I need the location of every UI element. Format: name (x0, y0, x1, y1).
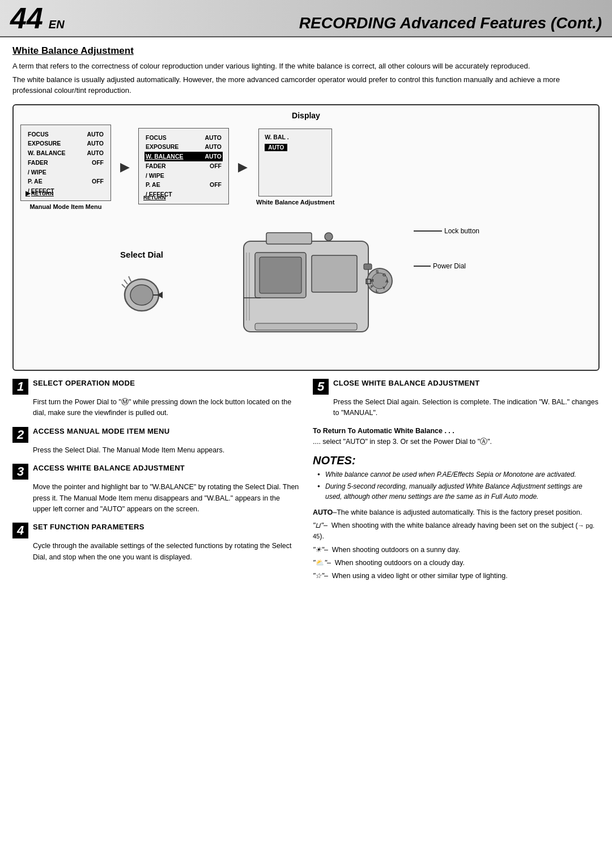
svg-point-1 (130, 285, 153, 305)
note-item-2: During 5-second recording, manually adju… (317, 481, 600, 502)
svg-point-12 (325, 233, 333, 241)
step-2-body: Press the Select Dial. The Manual Mode I… (33, 445, 299, 456)
step-1-title: SELECT OPERATION MODE (33, 379, 135, 388)
svg-rect-10 (312, 255, 357, 292)
select-dial-area: Select Dial (85, 221, 198, 315)
steps-left-col: 1 SELECT OPERATION MODE First turn the P… (12, 379, 299, 584)
step-5-body: Press the Select Dial again. Selection i… (333, 397, 600, 419)
icon-item-4: "☆"– When using a video light or other s… (313, 571, 600, 581)
svg-rect-9 (260, 257, 301, 293)
notes-list: White balance cannot be used when P.AE/E… (313, 469, 600, 502)
svg-line-2 (122, 284, 125, 288)
step-4: 4 SET FUNCTION PARAMETERS Cycle through … (12, 523, 299, 563)
svg-text:G: G (382, 272, 386, 277)
display-box-title: Display (20, 111, 592, 120)
step-5: 5 CLOSE WHITE BALANCE ADJUSTMENT Press t… (313, 379, 600, 419)
auto-section: AUTO–The white balance is adjusted autom… (313, 507, 600, 582)
power-dial-label: Power Dial (433, 262, 466, 270)
notes-section: NOTES White balance cannot be used when … (313, 454, 600, 502)
intro-p2: The white balance is usually adjusted au… (12, 74, 600, 96)
svg-text:A: A (385, 279, 389, 284)
auto-bold-label: AUTO (313, 508, 333, 516)
section-title: White Balance Adjustment (12, 45, 600, 57)
svg-rect-11 (266, 233, 312, 244)
main-content: White Balance Adjustment A term that ref… (0, 37, 612, 592)
svg-text:S: S (376, 269, 379, 274)
return-to-auto-title: To Return To Automatic White Balance . .… (313, 427, 600, 435)
camera-svg: S G A Y L P M (210, 224, 402, 354)
intro-p1: A term that refers to the correctness of… (12, 61, 600, 72)
select-dial-svg (116, 264, 167, 315)
display-box: Display FOCUSAUTO EXPOSUREAUTO W. BALANC… (12, 104, 600, 371)
svg-text:Y: Y (382, 285, 386, 290)
power-dial-area: Lock button Power Dial (414, 221, 527, 270)
step-3: 3 ACCESS WHITE BALANCE ADJUSTMENT Move t… (12, 464, 299, 515)
page-en-suffix: EN (49, 18, 65, 31)
screens-row: FOCUSAUTO EXPOSUREAUTO W. BALANCEAUTO FA… (20, 125, 592, 211)
step-4-body: Cycle through the available settings of … (33, 541, 299, 563)
step-1-body: First turn the Power Dial to "Ⓜ" while p… (33, 397, 299, 419)
screen1: FOCUSAUTO EXPOSUREAUTO W. BALANCEAUTO FA… (20, 125, 111, 202)
return-label-2: RETURN (143, 194, 166, 200)
step-4-title: SET FUNCTION PARAMETERS (33, 523, 144, 532)
steps-right-col: 5 CLOSE WHITE BALANCE ADJUSTMENT Press t… (313, 379, 600, 584)
svg-rect-22 (364, 264, 372, 270)
step-4-number: 4 (12, 523, 28, 538)
wbal-label: W. BAL . (265, 134, 326, 140)
svg-line-3 (124, 280, 128, 284)
svg-rect-26 (255, 323, 357, 330)
icon-item-2: "☀"– When shooting outdoors on a sunny d… (313, 545, 600, 555)
camera-body: S G A Y L P M (204, 221, 408, 357)
step-3-body: Move the pointer and highlight bar to "W… (33, 482, 299, 515)
steps-container: 1 SELECT OPERATION MODE First turn the P… (12, 379, 600, 584)
page-header: 44 EN RECORDING Advanced Features (Cont.… (0, 0, 612, 37)
return-arrow-icon: ▶ (26, 190, 30, 197)
auto-desc-text: –The white balance is adjusted automatic… (333, 508, 582, 516)
notes-title: NOTES (313, 454, 600, 467)
svg-line-4 (129, 276, 131, 281)
svg-text:P: P (371, 285, 373, 289)
step-5-number: 5 (313, 379, 329, 395)
auto-desc-p: AUTO–The white balance is adjusted autom… (313, 507, 600, 518)
pg-ref-1: → pg. 45 (313, 522, 594, 540)
select-dial-label: Select Dial (120, 250, 163, 259)
step-3-title: ACCESS WHITE BALANCE ADJUSTMENT (33, 464, 185, 473)
svg-text:L: L (376, 288, 379, 293)
step-2-number: 2 (12, 427, 28, 443)
screen3: W. BAL . AUTO (258, 129, 332, 196)
icon-item-1: "⊔"– When shooting with the white balanc… (313, 520, 600, 542)
screen2: FOCUSAUTO EXPOSUREAUTO W. BALANCEAUTO FA… (138, 128, 229, 205)
step-2-title: ACCESS MANUAL MODE ITEM MENU (33, 427, 169, 437)
wbal-auto-badge: AUTO (265, 144, 287, 151)
step-5-title: CLOSE WHITE BALANCE ADJUSTMENT (333, 379, 479, 388)
note-item-1: White balance cannot be used when P.AE/E… (317, 469, 600, 480)
arrow-icon-1: ▶ (117, 160, 133, 174)
page-title: RECORDING Advanced Features (Cont.) (299, 14, 602, 32)
return-to-auto-body: .... select "AUTO" in step 3. Or set the… (313, 437, 600, 447)
icon-4-icon: "☆" (313, 572, 324, 580)
page-number: 44 (10, 3, 43, 33)
icon-2-icon: "☀" (313, 546, 324, 554)
step-1-number: 1 (12, 379, 28, 395)
icon-1-icon: "⊔" (313, 521, 324, 529)
lock-button-line: Lock button (414, 227, 479, 235)
arrow-icon-2: ▶ (235, 160, 250, 174)
camera-illustration-section: Select Dial (20, 216, 592, 363)
lock-button-label: Lock button (444, 227, 479, 235)
step-2: 2 ACCESS MANUAL MODE ITEM MENU Press the… (12, 427, 299, 456)
icon-item-3: "⛅"– When shooting outdoors on a cloudy … (313, 558, 600, 568)
step-1: 1 SELECT OPERATION MODE First turn the P… (12, 379, 299, 419)
icon-3-icon: "⛅" (313, 559, 327, 567)
power-dial-line: Power Dial (414, 262, 466, 270)
step-3-number: 3 (12, 464, 28, 480)
return-label-1: ▶ RETURN (26, 190, 54, 197)
screen1-caption: Manual Mode Item Menu (29, 203, 101, 210)
return-to-auto: To Return To Automatic White Balance . .… (313, 427, 600, 447)
screen3-caption: White Balance Adjustment (256, 199, 334, 206)
